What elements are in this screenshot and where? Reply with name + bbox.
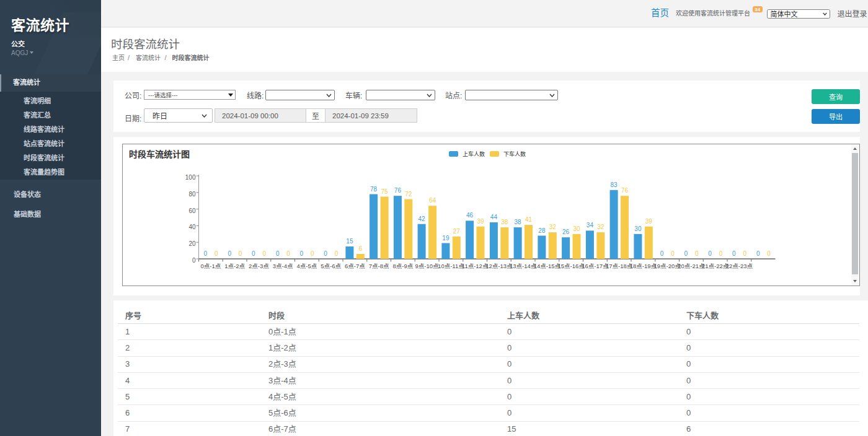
svg-text:19: 19 (442, 233, 450, 242)
svg-text:8点-9点: 8点-9点 (393, 261, 414, 270)
svg-text:38: 38 (515, 217, 522, 226)
svg-text:0: 0 (300, 248, 304, 258)
svg-text:0: 0 (695, 248, 699, 258)
svg-text:0: 0 (215, 248, 218, 258)
svg-text:16点-17点: 16点-17点 (582, 261, 609, 270)
svg-text:100: 100 (185, 172, 196, 181)
svg-text:72: 72 (405, 189, 412, 198)
svg-text:14点-15点: 14点-15点 (534, 261, 561, 270)
svg-text:39: 39 (645, 216, 653, 225)
svg-text:32: 32 (597, 222, 604, 231)
svg-text:41: 41 (525, 214, 533, 224)
svg-text:80: 80 (188, 189, 196, 198)
svg-text:13点-14点: 13点-14点 (510, 261, 537, 270)
svg-text:6点-7点: 6点-7点 (345, 261, 365, 270)
svg-text:0: 0 (719, 248, 723, 258)
svg-text:17点-18点: 17点-18点 (606, 261, 633, 270)
svg-text:30: 30 (573, 224, 580, 233)
svg-text:83: 83 (611, 180, 618, 189)
svg-text:0: 0 (192, 255, 196, 264)
svg-text:0: 0 (252, 248, 255, 258)
svg-text:28: 28 (538, 225, 546, 235)
svg-text:15: 15 (346, 236, 353, 245)
svg-text:0: 0 (276, 248, 280, 258)
svg-text:22点-23点: 22点-23点 (726, 261, 753, 270)
svg-text:20点-21点: 20点-21点 (678, 261, 705, 270)
svg-text:0: 0 (204, 248, 208, 258)
svg-text:12点-13点: 12点-13点 (485, 261, 513, 270)
svg-text:32: 32 (549, 222, 557, 231)
svg-text:0: 0 (263, 248, 267, 258)
svg-text:0: 0 (239, 248, 242, 258)
svg-text:0: 0 (767, 248, 771, 258)
svg-text:64: 64 (429, 195, 436, 204)
svg-text:4点-5点: 4点-5点 (297, 261, 317, 270)
svg-text:40: 40 (188, 222, 196, 231)
svg-text:5点-6点: 5点-6点 (321, 261, 341, 270)
svg-text:18点-19点: 18点-19点 (630, 261, 657, 270)
svg-text:76: 76 (621, 185, 629, 194)
svg-text:0: 0 (708, 248, 712, 258)
svg-text:75: 75 (381, 186, 389, 196)
svg-text:0: 0 (286, 248, 290, 258)
svg-text:26: 26 (562, 227, 570, 236)
svg-text:0: 0 (756, 248, 760, 258)
svg-text:15点-16点: 15点-16点 (557, 261, 585, 270)
svg-text:0: 0 (311, 248, 314, 258)
svg-text:42: 42 (418, 214, 426, 223)
svg-text:10点-11点: 10点-11点 (438, 261, 464, 270)
svg-text:6: 6 (359, 243, 363, 253)
svg-text:1点-2点: 1点-2点 (224, 261, 245, 270)
svg-text:0: 0 (743, 248, 747, 258)
svg-text:60: 60 (188, 206, 196, 215)
svg-text:20: 20 (188, 238, 196, 248)
svg-text:44: 44 (490, 212, 498, 221)
svg-text:0: 0 (324, 248, 327, 258)
svg-text:21点-22点: 21点-22点 (702, 261, 729, 270)
svg-text:0: 0 (228, 248, 231, 258)
svg-text:2点-3点: 2点-3点 (249, 261, 269, 270)
svg-text:0: 0 (671, 248, 675, 258)
svg-text:34: 34 (587, 220, 594, 229)
svg-text:30: 30 (634, 224, 642, 233)
svg-text:3点-4点: 3点-4点 (273, 261, 293, 270)
svg-text:39: 39 (477, 216, 484, 225)
svg-text:46: 46 (466, 210, 474, 219)
svg-text:0: 0 (684, 248, 688, 258)
svg-text:78: 78 (370, 184, 378, 193)
svg-text:0: 0 (660, 248, 664, 258)
svg-text:76: 76 (394, 185, 402, 194)
svg-text:0点-1点: 0点-1点 (201, 261, 221, 270)
svg-text:9点-10点: 9点-10点 (415, 261, 440, 270)
svg-text:0: 0 (732, 248, 736, 258)
svg-text:38: 38 (501, 217, 508, 226)
svg-text:19点-20点: 19点-20点 (653, 261, 681, 270)
svg-text:0: 0 (335, 248, 339, 258)
svg-text:27: 27 (453, 226, 461, 235)
svg-text:11点-12点: 11点-12点 (462, 261, 489, 270)
svg-text:7点-8点: 7点-8点 (369, 261, 389, 270)
